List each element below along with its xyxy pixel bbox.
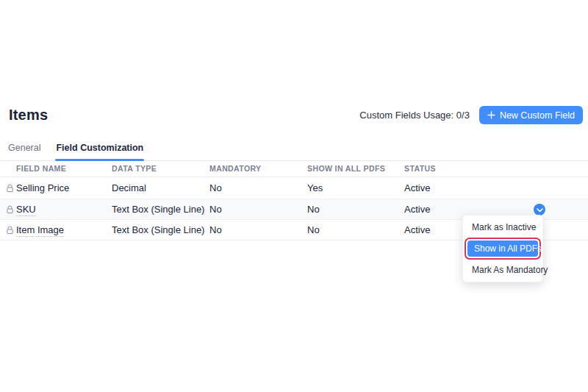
annotation-highlight-box: Show in All PDFs bbox=[465, 238, 541, 260]
header-actions: Custom Fields Usage: 0/3 New Custom Fiel… bbox=[359, 106, 583, 124]
cell-field-name: Item Image bbox=[16, 224, 112, 235]
cell-field-name: SKU bbox=[16, 204, 112, 215]
row-actions-chevron-button[interactable] bbox=[534, 204, 545, 215]
menu-item-mark-as-mandatory[interactable]: Mark As Mandatory bbox=[463, 260, 542, 279]
tab-field-customization[interactable]: Field Customization bbox=[55, 143, 144, 160]
cell-mandatory: No bbox=[209, 182, 307, 193]
field-name-text: Selling Price bbox=[16, 182, 69, 193]
header-status: STATUS bbox=[404, 164, 534, 173]
page-title: Items bbox=[9, 107, 48, 124]
plus-icon bbox=[487, 111, 495, 119]
custom-fields-usage-label: Custom Fields Usage: 0/3 bbox=[359, 110, 470, 121]
field-customization-page: Items Custom Fields Usage: 0/3 New Custo… bbox=[0, 0, 588, 392]
lock-icon bbox=[0, 184, 16, 193]
cell-field-name: Selling Price bbox=[16, 182, 112, 193]
new-custom-field-button[interactable]: New Custom Field bbox=[479, 106, 583, 124]
tab-general[interactable]: General bbox=[7, 143, 41, 160]
page-header: Items Custom Fields Usage: 0/3 New Custo… bbox=[0, 106, 588, 124]
header-show-in-all-pdfs: SHOW IN ALL PDFS bbox=[307, 164, 404, 173]
cell-show-in-all-pdfs: No bbox=[307, 224, 404, 235]
cell-data-type: Decimal bbox=[112, 182, 209, 193]
chevron-down-icon bbox=[537, 204, 543, 215]
table-header-row: FIELD NAME DATA TYPE MANDATORY SHOW IN A… bbox=[0, 160, 588, 177]
header-field-name: FIELD NAME bbox=[16, 164, 112, 173]
cell-show-in-all-pdfs: No bbox=[307, 204, 404, 215]
cell-status: Active bbox=[404, 182, 534, 193]
lock-icon bbox=[0, 226, 16, 235]
table-row-selling-price[interactable]: Selling Price Decimal No Yes Active bbox=[0, 177, 588, 199]
menu-item-show-in-all-pdfs[interactable]: Show in All PDFs bbox=[467, 240, 538, 257]
field-name-text: SKU bbox=[16, 204, 36, 216]
cell-data-type: Text Box (Single Line) bbox=[112, 224, 209, 235]
header-mandatory: MANDATORY bbox=[209, 164, 307, 173]
row-actions-dropdown-menu: Mark as Inactive Show in All PDFs Mark A… bbox=[462, 215, 543, 282]
cell-mandatory: No bbox=[209, 224, 307, 235]
cell-show-in-all-pdfs: Yes bbox=[307, 182, 404, 193]
tab-bar: General Field Customization bbox=[0, 143, 588, 161]
lock-icon bbox=[0, 205, 16, 214]
cell-status: Active bbox=[404, 204, 534, 215]
header-data-type: DATA TYPE bbox=[112, 164, 209, 173]
new-custom-field-label: New Custom Field bbox=[500, 110, 575, 121]
field-name-text: Item Image bbox=[16, 224, 64, 237]
menu-item-mark-as-inactive[interactable]: Mark as Inactive bbox=[463, 218, 542, 237]
cell-mandatory: No bbox=[209, 204, 307, 215]
cell-actions bbox=[534, 204, 588, 215]
cell-data-type: Text Box (Single Line) bbox=[112, 204, 209, 215]
